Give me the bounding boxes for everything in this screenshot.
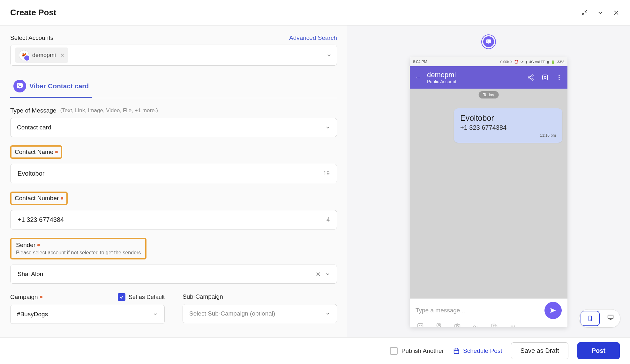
collapse-icon[interactable] — [597, 9, 604, 16]
viber-header: ← demopmi Public Account — [410, 66, 567, 89]
gallery-icon[interactable] — [490, 322, 499, 327]
signal-icon: ▮ — [525, 60, 527, 64]
bubble-number: +1 323 6774384 — [460, 124, 556, 131]
camera-icon[interactable] — [453, 322, 462, 327]
campaign-label: Campaign — [10, 294, 38, 301]
subcampaign-label: Sub-Campaign — [183, 293, 337, 300]
campaign-value: #BusyDogs — [17, 311, 48, 318]
type-of-message-value: Contact card — [17, 124, 51, 131]
svg-point-6 — [559, 77, 559, 78]
set-as-default-toggle[interactable]: Set as Default — [118, 293, 165, 301]
contact-name-label: Contact Name — [15, 149, 53, 156]
contact-name-value: Evoltobor — [18, 170, 45, 177]
back-icon[interactable]: ← — [415, 74, 421, 81]
doodle-icon[interactable] — [471, 322, 481, 327]
publish-another-label: Publish Another — [401, 347, 444, 354]
target-icon[interactable] — [541, 74, 549, 81]
status-time: 8:04 PM — [413, 60, 427, 64]
battery-icon: 🔋 — [551, 60, 555, 64]
svg-point-20 — [590, 320, 590, 320]
share-icon[interactable] — [527, 74, 534, 81]
svg-point-11 — [438, 324, 440, 326]
status-battery: 33% — [557, 60, 564, 64]
more-dots-icon[interactable] — [508, 322, 518, 327]
svg-point-10 — [421, 325, 422, 326]
svg-rect-12 — [455, 324, 460, 327]
minimize-icon[interactable] — [581, 9, 588, 16]
contact-name-highlight: Contact Name — [10, 145, 62, 159]
contact-number-counter: 4 — [326, 216, 330, 223]
remove-chip-icon[interactable]: ✕ — [60, 52, 64, 58]
svg-point-13 — [456, 325, 458, 327]
contact-card-bubble: Evoltobor +1 323 6774384 11:16 pm — [454, 108, 562, 143]
device-toggle — [579, 309, 620, 328]
modal-footer: Publish Another Schedule Post Save as Dr… — [0, 337, 630, 364]
bubble-time: 11:16 pm — [460, 133, 556, 138]
contact-number-input[interactable]: +1 323 6774384 4 — [10, 210, 337, 229]
contact-name-input[interactable]: Evoltobor 19 — [10, 164, 337, 183]
type-of-message-select[interactable]: Contact card — [10, 118, 337, 137]
checkbox-checked-icon — [118, 293, 125, 301]
viber-icon — [13, 80, 26, 92]
close-icon[interactable] — [613, 9, 620, 16]
preview-account-name: demopmi — [427, 71, 521, 79]
alarm-icon: ⏰ — [514, 60, 519, 64]
svg-rect-3 — [543, 75, 548, 80]
chevron-down-icon — [153, 312, 158, 317]
more-icon[interactable] — [556, 74, 562, 81]
select-accounts-label: Select Accounts — [10, 34, 53, 41]
post-button[interactable]: Post — [577, 342, 620, 359]
save-draft-button[interactable]: Save as Draft — [511, 342, 568, 359]
svg-rect-22 — [454, 349, 459, 353]
preview-panel: 8:04 PM 0.00K/s ⏰ ⟳ ▮ 4G VoLTE ▮ 🔋 33% ← — [347, 25, 630, 337]
type-of-message-label: Type of Message (Text, Link, Image, Vide… — [10, 107, 337, 114]
required-dot-icon — [61, 197, 63, 200]
checkbox-unchecked-icon — [390, 347, 398, 355]
message-input-placeholder[interactable]: Type a message... — [416, 307, 465, 314]
required-dot-icon — [37, 244, 40, 246]
svg-rect-14 — [492, 324, 496, 327]
preview-account-type: Public Account — [427, 79, 521, 84]
phone-preview: 8:04 PM 0.00K/s ⏰ ⟳ ▮ 4G VoLTE ▮ 🔋 33% ← — [410, 57, 567, 327]
statusbar: 8:04 PM 0.00K/s ⏰ ⟳ ▮ 4G VoLTE ▮ 🔋 33% — [410, 57, 567, 66]
subcampaign-placeholder: Select Sub-Campaign (optional) — [189, 310, 275, 317]
contact-number-highlight: Contact Number — [10, 192, 68, 205]
svg-point-7 — [559, 79, 559, 80]
tab-viber-contact-card[interactable]: Viber Contact card — [10, 75, 92, 98]
schedule-post-button[interactable]: Schedule Post — [453, 347, 502, 354]
desktop-view-toggle[interactable] — [601, 309, 620, 325]
contact-number-label: Contact Number — [15, 195, 59, 202]
avatar-icon: 🦊 — [19, 50, 29, 60]
required-dot-icon — [55, 151, 58, 153]
sticker-icon[interactable] — [416, 322, 425, 327]
account-chip-label: demopmi — [32, 52, 56, 59]
wifi-icon: ▮ — [547, 60, 549, 64]
sender-label: Sender — [16, 242, 35, 249]
subcampaign-select[interactable]: Select Sub-Campaign (optional) — [183, 304, 337, 323]
sender-value: Shai Alon — [18, 271, 43, 278]
advanced-search-link[interactable]: Advanced Search — [289, 34, 337, 41]
svg-point-9 — [419, 325, 420, 326]
account-select[interactable]: 🦊 demopmi ✕ — [10, 45, 337, 66]
form-panel: Select Accounts Advanced Search 🦊 demopm… — [0, 25, 347, 337]
status-speed: 0.00K/s — [500, 60, 512, 64]
send-button[interactable] — [544, 302, 562, 319]
campaign-select[interactable]: #BusyDogs — [10, 305, 165, 324]
viber-brand-icon — [481, 34, 496, 49]
svg-rect-21 — [608, 315, 613, 319]
mobile-view-toggle[interactable] — [581, 311, 600, 326]
chevron-down-icon[interactable] — [326, 53, 332, 58]
channel-tabs: Viber Contact card — [10, 75, 337, 98]
clear-sender-icon[interactable]: ✕ — [316, 271, 321, 278]
sync-icon: ⟳ — [521, 60, 523, 64]
bubble-title: Evoltobor — [460, 113, 556, 123]
chat-area: Today Evoltobor +1 323 6774384 11:16 pm — [410, 89, 567, 298]
location-icon[interactable] — [434, 322, 444, 327]
svg-point-17 — [512, 325, 514, 327]
today-label: Today — [479, 91, 499, 98]
sender-select[interactable]: Shai Alon ✕ — [10, 265, 337, 284]
chevron-down-icon — [325, 272, 330, 277]
status-net: 4G VoLTE — [529, 60, 545, 64]
publish-another-toggle[interactable]: Publish Another — [390, 347, 444, 355]
tab-label: Viber Contact card — [29, 82, 89, 90]
